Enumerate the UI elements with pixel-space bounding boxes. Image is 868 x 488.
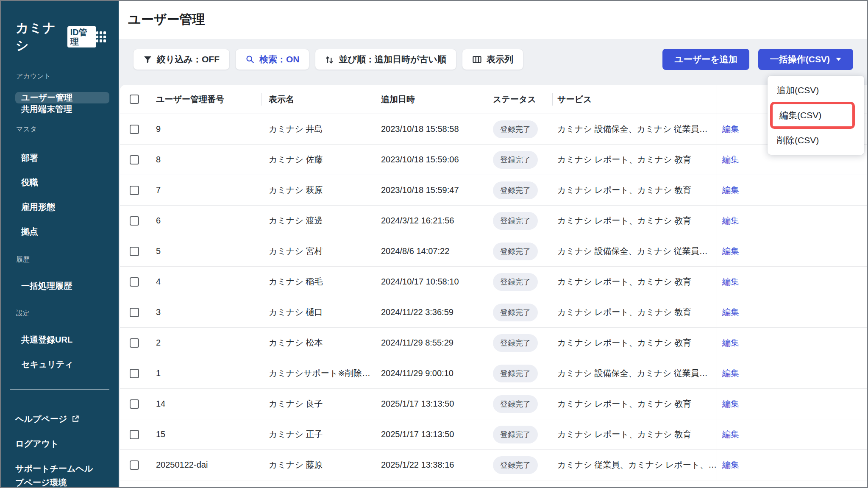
edit-link[interactable]: 編集 [722,368,739,379]
row-checkbox[interactable] [130,430,139,439]
row-checkbox[interactable] [130,308,139,317]
bulk-csv-button[interactable]: 一括操作(CSV) [758,49,853,70]
edit-link[interactable]: 編集 [722,123,739,135]
row-checkbox[interactable] [130,216,139,226]
sidebar-item-employment[interactable]: 雇用形態 [1,195,119,219]
cell-added-at: 2025/1/17 13:13:50 [374,389,486,419]
sidebar-section-settings: 設定 [1,309,119,318]
cell-added-at: 2024/11/22 3:36:59 [374,297,486,327]
sidebar-link-help[interactable]: ヘルプページ [1,407,119,431]
cell-services: カミナシ レポート、カミナシ 教育 [552,389,717,419]
edit-link[interactable]: 編集 [722,215,739,226]
filter-button-label: 絞り込み：OFF [157,53,220,65]
cell-display-name: カミナシ 藤原 [262,450,374,480]
edit-link[interactable]: 編集 [722,245,739,257]
sidebar-item-department[interactable]: 部署 [1,145,119,170]
edit-link[interactable]: 編集 [722,154,739,165]
cell-number: 5 [149,236,262,266]
sidebar-item-security[interactable]: セキュリティ [1,352,119,376]
header-added-at: 追加日時 [374,85,486,114]
header-service: サービス [552,85,717,114]
status-badge: 登録完了 [493,304,538,321]
sidebar-link-logout[interactable]: ログアウト [1,431,119,456]
cell-added-at: 2023/10/18 15:58:58 [374,114,486,144]
table-row: 6 カミナシ 渡邊 2024/3/12 16:21:56 登録完了 カミナシ レ… [120,206,867,236]
status-badge: 登録完了 [493,243,538,260]
search-button[interactable]: 検索：ON [235,49,310,70]
sidebar-item-common-url[interactable]: 共通登録URL [1,327,119,352]
row-checkbox[interactable] [130,338,139,348]
filter-button[interactable]: 絞り込み：OFF [133,49,230,70]
cell-display-name: カミナシ 井島 [262,114,374,144]
toolbar-right-actions: ユーザーを追加 一括操作(CSV) [662,49,853,70]
status-badge: 登録完了 [493,395,538,413]
cell-number: 2 [149,328,262,358]
cell-services: カミナシ レポート、カミナシ 教育 [552,267,717,297]
bulk-csv-dropdown: 追加(CSV) 編集(CSV) 削除(CSV) [768,76,864,155]
user-table-card: ユーザー管理番号 表示名 追加日時 ステータス サービス 9 カミナシ 井島 2… [120,85,867,487]
apps-grid-icon[interactable] [96,31,106,42]
cell-added-at: 2025/1/22 13:38:16 [374,450,486,480]
sidebar-item-position[interactable]: 役職 [1,170,119,195]
cell-added-at: 2025/1/17 13:13:50 [374,419,486,449]
cell-display-name: カミナシ 稲毛 [262,267,374,297]
sidebar-item-users[interactable]: ユーザー管理 [15,92,109,103]
dropdown-item-delete-csv[interactable]: 削除(CSV) [768,130,864,151]
status-badge: 登録完了 [493,273,538,291]
cell-services: カミナシ レポート、カミナシ 教育 [552,145,717,175]
columns-button[interactable]: 表示列 [462,49,523,70]
cell-services: カミナシ 設備保全、カミナシ 従業員… [552,114,717,144]
header-number: ユーザー管理番号 [149,85,262,114]
header-status: ステータス [486,85,552,114]
dropdown-item-add-csv[interactable]: 追加(CSV) [768,80,864,101]
cell-display-name: カミナシ 松本 [262,328,374,358]
row-checkbox[interactable] [130,399,139,409]
sidebar-item-batch-history[interactable]: 一括処理履歴 [1,273,119,298]
select-all-checkbox[interactable] [130,95,139,104]
brand-badge: ID管理 [67,26,96,47]
table-row: 15 カミナシ 正子 2025/1/17 13:13:50 登録完了 カミナシ … [120,419,867,450]
cell-added-at: 2024/3/12 16:21:56 [374,206,486,236]
edit-link[interactable]: 編集 [722,276,739,287]
row-checkbox[interactable] [130,186,139,195]
edit-link[interactable]: 編集 [722,307,739,318]
table-row: 5 カミナシ 宮村 2024/8/6 14:07:22 登録完了 カミナシ 設備… [120,236,867,267]
cell-services: カミナシ レポート、カミナシ 教育 [552,175,717,205]
add-user-button[interactable]: ユーザーを追加 [662,49,749,70]
sidebar-link-support[interactable]: サポートチームヘルプページ環境 [1,456,119,487]
cell-services: カミナシ レポート、カミナシ 教育 [552,328,717,358]
cell-added-at: 2023/10/18 15:59:47 [374,175,486,205]
edit-link[interactable]: 編集 [722,337,739,349]
row-checkbox[interactable] [130,277,139,287]
external-link-icon [71,415,80,423]
status-badge: 登録完了 [493,181,538,199]
filter-funnel-icon [143,55,152,64]
edit-link[interactable]: 編集 [722,398,739,410]
status-badge: 登録完了 [493,456,538,474]
edit-link[interactable]: 編集 [722,429,739,440]
brand-name: カミナシ [16,20,64,54]
row-checkbox[interactable] [130,247,139,256]
cell-added-at: 2024/11/29 9:00:10 [374,358,486,388]
sidebar-item-shared-devices[interactable]: 共用端末管理 [1,103,119,115]
edit-link[interactable]: 編集 [722,459,739,471]
row-checkbox[interactable] [130,460,139,470]
status-badge: 登録完了 [493,426,538,443]
status-badge: 登録完了 [493,365,538,382]
table-body: 9 カミナシ 井島 2023/10/18 15:58:58 登録完了 カミナシ … [120,114,867,480]
sidebar-section-history: 履歴 [1,255,119,264]
edit-link[interactable]: 編集 [722,184,739,196]
row-checkbox[interactable] [130,125,139,134]
cell-display-name: カミナシ 萩原 [262,175,374,205]
sort-button[interactable]: 並び順：追加日時が古い順 [315,49,456,70]
sidebar-item-location[interactable]: 拠点 [1,219,119,244]
row-checkbox[interactable] [130,369,139,378]
table-row: 4 カミナシ 稲毛 2024/10/17 10:58:10 登録完了 カミナシ … [120,267,867,297]
cell-display-name: カミナシ 良子 [262,389,374,419]
row-checkbox[interactable] [130,155,139,165]
cell-services: カミナシ 設備保全、カミナシ 従業員… [552,236,717,266]
dropdown-item-edit-csv[interactable]: 編集(CSV) [773,104,852,126]
help-link-label: ヘルプページ [15,413,67,425]
table-row: 9 カミナシ 井島 2023/10/18 15:58:58 登録完了 カミナシ … [120,114,867,145]
cell-services: カミナシ 設備保全、カミナシ 従業員… [552,358,717,388]
